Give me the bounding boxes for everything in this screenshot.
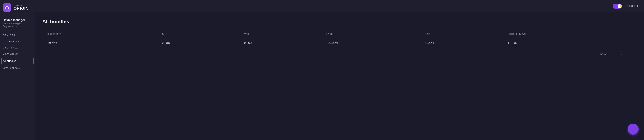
logo-top-text: energy web (14, 4, 28, 6)
table-header-row: Total energy Solar Wind Hydro Other Pric… (42, 30, 637, 38)
user-info: Device Manager Device Manager Organizati… (0, 15, 35, 29)
user-organization: Device Manager Organization (3, 22, 32, 28)
logo-bottom-text: ORIGIN (14, 6, 28, 11)
col-header-wind: Wind (240, 30, 323, 38)
pagination-info: 1-1 of 1 (600, 53, 609, 56)
cell-hydro: 100.00% (323, 38, 422, 48)
sidebar-item-all-bundles[interactable]: All bundles (1, 58, 34, 64)
pagination-first-button[interactable]: |< (612, 52, 617, 57)
logo-icon (3, 3, 11, 12)
page-body: All bundles Total energy Solar Wind Hydr… (35, 12, 644, 140)
theme-toggle[interactable]: 🌙 (612, 4, 622, 8)
logo-area: energy web ORIGIN (0, 0, 35, 15)
cell-solar: 0.00% (158, 38, 241, 48)
logo-text: energy web ORIGIN (14, 4, 28, 11)
nav-section-certificate: CERTIFICATE (0, 38, 35, 44)
top-bar: 🌙 LOGOUT (35, 0, 644, 12)
sidebar-item-view-market[interactable]: View Market (0, 51, 35, 57)
pagination-next-button[interactable]: > (628, 52, 633, 57)
page-title: All bundles (42, 19, 637, 25)
nav-section-devices: DEVICES (0, 32, 35, 38)
cell-price: $ 14.00 (504, 38, 637, 48)
nav-section-exchange: EXCHANGE (0, 44, 35, 51)
svg-point-1 (6, 7, 8, 9)
cell-other: 0.00% (422, 38, 504, 48)
user-name: Device Manager (3, 18, 32, 22)
logout-button[interactable]: LOGOUT (626, 4, 638, 8)
col-header-other: Other (422, 30, 504, 38)
sidebar-item-create-bundle[interactable]: Create bundle (0, 65, 35, 71)
table-footer: 1-1 of 1 |< < > (42, 49, 637, 60)
col-header-price: Price per MWh (504, 30, 637, 38)
cell-wind: 0.00% (240, 38, 323, 48)
cell-total-energy: 130 MW (42, 38, 158, 48)
col-header-total-energy: Total energy (42, 30, 158, 38)
col-header-solar: Solar (158, 30, 241, 38)
bundles-table: Total energy Solar Wind Hydro Other Pric… (42, 30, 637, 48)
fab-button[interactable]: + (628, 124, 638, 135)
theme-toggle-knob: 🌙 (618, 4, 622, 8)
pagination-prev-button[interactable]: < (620, 52, 625, 57)
table-row[interactable]: 130 MW 0.00% 0.00% 100.00% 0.00% $ 14.00 (42, 38, 637, 48)
sidebar-nav: DEVICES CERTIFICATE EXCHANGE View Market… (0, 29, 35, 140)
col-header-hydro: Hydro (323, 30, 422, 38)
sidebar: energy web ORIGIN Device Manager Device … (0, 0, 35, 140)
main-content: 🌙 LOGOUT All bundles Total energy Solar … (35, 0, 644, 140)
